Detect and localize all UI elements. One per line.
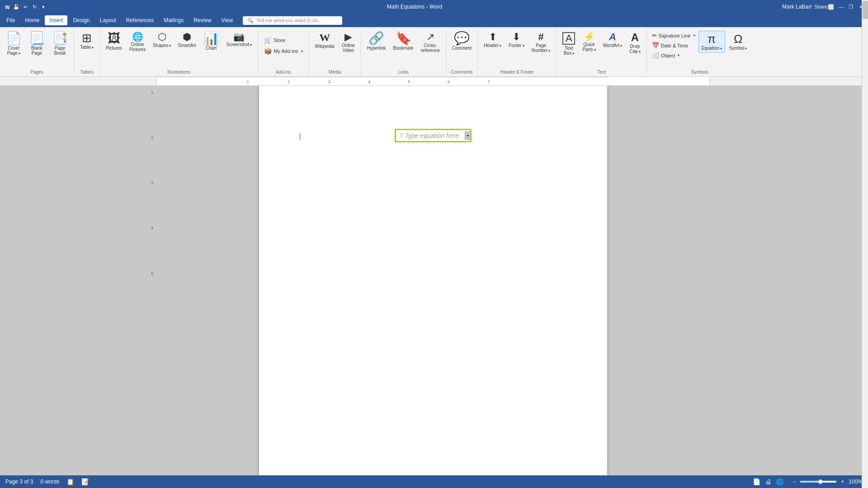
date-time-button[interactable]: 📅 Date & Time [650, 41, 698, 50]
cross-reference-button[interactable]: ↗ Cross-reference [418, 30, 443, 55]
svg-text:1: 1 [247, 80, 249, 84]
zoom-plus-icon[interactable]: + [841, 479, 844, 485]
store-button[interactable]: 🛒 Store [261, 35, 306, 45]
page-info: Page 3 of 3 [5, 479, 33, 485]
ribbon-group-header-footer: ⬆ Header▾ ⬇ Footer▾ # PageNumber▾ Header… [478, 29, 557, 76]
wikipedia-icon: W [319, 32, 330, 43]
menu-review[interactable]: Review [189, 15, 216, 25]
zoom-minus-icon[interactable]: − [793, 479, 796, 485]
signature-line-button[interactable]: ✏ Signature Line ▾ [650, 31, 698, 40]
svg-text:2: 2 [288, 80, 290, 84]
signature-line-icon: ✏ [652, 32, 657, 39]
redo-icon[interactable]: ↻ [31, 3, 38, 10]
menu-mailings[interactable]: Mailings [159, 15, 188, 25]
chart-button[interactable]: 📊 Chart [200, 30, 222, 53]
pictures-button[interactable]: 🖼 Pictures [103, 30, 125, 53]
object-button[interactable]: ⬜ Object ▾ [650, 51, 698, 60]
ruler-area: 1 2 3 4 5 6 7 [0, 77, 868, 86]
my-addins-button[interactable]: 📦 My Add-ins ▾ [261, 46, 306, 56]
pictures-icon: 🖼 [108, 32, 120, 45]
ribbon-group-addins: 🛒 Store 📦 My Add-ins ▾ Add-ins [258, 29, 309, 76]
menu-insert[interactable]: Insert [45, 15, 67, 25]
online-pictures-button[interactable]: 🌐 OnlinePictures [126, 30, 149, 54]
search-bar[interactable]: 🔍 Tell me what you want to do... [243, 16, 342, 25]
symbol-button[interactable]: Ω Symbol▾ [726, 31, 750, 53]
save-icon[interactable]: 💾 [13, 3, 20, 10]
menu-view[interactable]: View [217, 15, 238, 25]
screenshot-button[interactable]: 📷 Screenshot▾ [223, 30, 255, 49]
left-margin: 1 2 3 4 5 [0, 86, 156, 475]
wikipedia-button[interactable]: W Wikipedia [312, 30, 338, 51]
zoom-level[interactable]: 100% [849, 479, 863, 485]
ribbon-display-options-icon[interactable]: ⬜ [827, 3, 835, 10]
comments-group-items: 💬 Comment [449, 30, 475, 69]
quick-access-more-icon[interactable]: ▾ [40, 3, 47, 10]
ruler-left [0, 77, 156, 85]
header-button[interactable]: ⬆ Header▾ [481, 30, 505, 50]
page-break-button[interactable]: 📑 PageBreak [49, 30, 71, 58]
menu-home[interactable]: Home [20, 15, 44, 25]
shapes-button[interactable]: ⬡ Shapes▾ [150, 30, 174, 50]
equation-box[interactable]: ⠿ Type equation here. ▾ [395, 129, 472, 142]
bookmark-icon: 🔖 [396, 32, 411, 45]
equation-button[interactable]: π Equation▾ [698, 31, 725, 53]
track-changes-icon[interactable]: 📝 [81, 478, 89, 485]
menu-file[interactable]: File [2, 15, 19, 25]
header-icon: ⬆ [489, 32, 497, 42]
table-button[interactable]: ⊞ Table▾ [77, 30, 97, 52]
cover-page-button[interactable]: 📄 CoverPage▾ [3, 30, 25, 58]
read-mode-icon[interactable]: 📄 [753, 478, 760, 485]
menu-design[interactable]: Design [68, 15, 94, 25]
minimize-icon[interactable]: — [837, 3, 844, 10]
ruler-main: 1 2 3 4 5 6 7 [156, 77, 710, 85]
online-pictures-icon: 🌐 [132, 32, 143, 41]
zoom-slider-thumb[interactable] [818, 479, 823, 484]
quick-parts-icon: ⚡ [584, 32, 595, 41]
wordart-button[interactable]: A WordArt▾ [600, 30, 626, 50]
quick-parts-button[interactable]: ⚡ QuickParts▾ [579, 30, 599, 54]
bookmark-button[interactable]: 🔖 Bookmark [390, 30, 417, 53]
drop-cap-button[interactable]: A DropCap▾ [626, 30, 643, 56]
hyperlink-icon: 🔗 [368, 32, 384, 45]
text-box-button[interactable]: A TextBox▾ [559, 30, 578, 58]
addins-group-items: 🛒 Store 📦 My Add-ins ▾ [261, 30, 306, 69]
hyperlink-button[interactable]: 🔗 Hyperlink [364, 30, 389, 53]
print-layout-icon[interactable]: 🖨 [765, 478, 771, 485]
smartart-button[interactable]: ⬢ SmartArt [175, 30, 199, 50]
ribbon-group-comments: 💬 Comment Comments [446, 29, 478, 76]
comment-button[interactable]: 💬 Comment [449, 30, 475, 53]
equation-placeholder-text[interactable]: Type equation here. [405, 132, 461, 139]
ribbon-group-pages: 📄 CoverPage▾ 📃 BlankPage 📑 PageBreak Pag… [0, 29, 74, 76]
online-video-button[interactable]: ▶ OnlineVideo [339, 30, 358, 55]
smartart-icon: ⬢ [183, 32, 191, 42]
footer-button[interactable]: ⬇ Footer▾ [505, 30, 528, 50]
page-number-button[interactable]: # PageNumber▾ [528, 30, 554, 55]
share-button[interactable]: Share [817, 3, 825, 10]
restore-icon[interactable]: ❐ [847, 3, 854, 10]
scrollbar-thumb[interactable] [863, 1, 868, 19]
vertical-scrollbar[interactable] [862, 0, 868, 488]
spellcheck-icon[interactable]: 📋 [66, 478, 74, 485]
chart-icon: 📊 [203, 32, 219, 45]
header-footer-group-items: ⬆ Header▾ ⬇ Footer▾ # PageNumber▾ [481, 30, 553, 69]
status-left: Page 3 of 3 0 words 📋 📝 [5, 478, 89, 485]
object-icon: ⬜ [652, 52, 659, 59]
text-group-items: A TextBox▾ ⚡ QuickParts▾ A WordArt▾ A Dr… [559, 30, 643, 69]
menu-references[interactable]: References [122, 15, 158, 25]
window-title: Math Equations - Word [47, 4, 782, 10]
svg-text:5: 5 [408, 80, 410, 84]
table-icon: ⊞ [82, 32, 92, 44]
equation-dropdown-arrow[interactable]: ▾ [465, 131, 471, 140]
links-group-label: Links [364, 69, 443, 75]
svg-text:7: 7 [487, 80, 490, 84]
svg-text:4: 4 [368, 80, 370, 84]
ribbon-group-text: A TextBox▾ ⚡ QuickParts▾ A WordArt▾ A Dr… [557, 29, 646, 76]
title-bar-left: W 💾 ↩ ↻ ▾ [4, 3, 47, 10]
blank-page-button[interactable]: 📃 BlankPage [26, 30, 48, 58]
zoom-slider[interactable] [800, 481, 836, 483]
blank-page-icon: 📃 [29, 32, 45, 45]
equation-container: ⠿ Type equation here. ▾ [395, 129, 472, 142]
undo-icon[interactable]: ↩ [22, 3, 29, 10]
web-layout-icon[interactable]: 🌐 [776, 478, 783, 485]
menu-layout[interactable]: Layout [95, 15, 121, 25]
